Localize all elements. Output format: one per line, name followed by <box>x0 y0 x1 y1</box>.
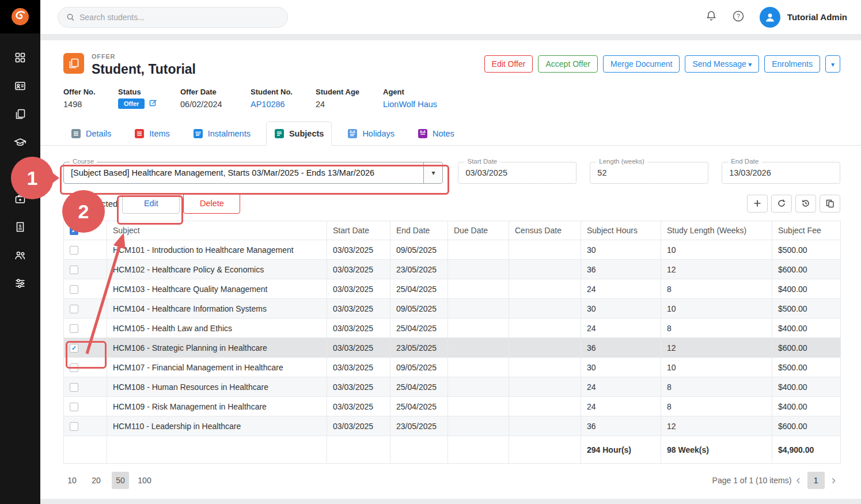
agents-icon[interactable] <box>14 249 26 261</box>
table-row[interactable]: HCM105 - Health Law and Ethics03/03/2025… <box>64 319 841 338</box>
page-1-button[interactable]: 1 <box>807 472 825 489</box>
dashboard-icon[interactable] <box>14 52 26 63</box>
cell-fee: $400.00 <box>772 377 841 397</box>
tab-notes[interactable]: Notes <box>410 122 462 145</box>
offer-date-label: Offer Date <box>180 88 233 96</box>
timetable-icon[interactable] <box>14 165 26 176</box>
row-checkbox[interactable] <box>70 383 78 392</box>
cell-subject: HCM110 - Leadership in Healthcare <box>107 416 327 436</box>
cell-weeks: 10 <box>661 299 772 319</box>
cell-subject: HCM108 - Human Resources in Healthcare <box>107 377 327 397</box>
cell-hours: 24 <box>581 397 661 416</box>
row-checkbox[interactable] <box>70 266 78 274</box>
user-menu[interactable]: Tutorial Admin <box>760 7 847 28</box>
row-checkbox[interactable] <box>70 285 78 294</box>
page-size-100[interactable]: 100 <box>136 472 153 489</box>
cell-fee: $500.00 <box>772 299 841 319</box>
page-title: Student, Tutorial <box>92 62 196 77</box>
table-row[interactable]: HCM102 - Healthcare Policy & Economics03… <box>64 260 841 279</box>
cell-subject: HCM109 - Risk Management in Healthcare <box>107 397 327 416</box>
student-no-link[interactable]: AP10286 <box>251 100 298 109</box>
offer-no-value: 1498 <box>63 100 101 109</box>
search-input[interactable] <box>79 13 279 22</box>
row-checkbox[interactable] <box>70 363 78 372</box>
invoices-icon[interactable]: $ <box>14 221 26 233</box>
page-size-50[interactable]: 50 <box>112 472 129 489</box>
tab-notes-label: Notes <box>433 129 454 138</box>
settings-icon[interactable] <box>14 278 26 289</box>
history-button[interactable] <box>795 195 816 213</box>
merge-document-button[interactable]: Merge Document <box>603 55 680 73</box>
row-checkbox[interactable] <box>70 305 78 313</box>
cell-hours: 24 <box>581 319 661 338</box>
length-weeks-label: Length (weeks) <box>596 158 647 165</box>
table-row[interactable]: HCM110 - Leadership in Healthcare03/03/2… <box>64 416 841 436</box>
page-size-20[interactable]: 20 <box>88 472 105 489</box>
accept-offer-button[interactable]: Accept Offer <box>538 55 598 73</box>
course-select[interactable]: Course [Subject Based] Healthcare Manage… <box>63 162 443 184</box>
enrolments-button[interactable]: Enrolments <box>764 55 820 73</box>
table-row[interactable]: HCM106 - Strategic Planning in Healthcar… <box>64 338 841 358</box>
start-date-value: 03/03/2025 <box>458 168 507 177</box>
tab-instalments[interactable]: Instalments <box>185 122 258 145</box>
row-checkbox[interactable] <box>70 403 78 411</box>
avatar <box>760 7 780 28</box>
tab-items[interactable]: Items <box>127 122 177 145</box>
courses-icon[interactable] <box>14 137 26 148</box>
offers-icon[interactable] <box>14 108 26 120</box>
refresh-button[interactable] <box>771 195 792 213</box>
topbar: ? Tutorial Admin <box>40 0 861 35</box>
chevron-down-icon[interactable] <box>423 162 442 183</box>
table-row[interactable]: HCM109 - Risk Management in Healthcare03… <box>64 397 841 416</box>
students-icon[interactable] <box>14 80 26 92</box>
table-row[interactable]: HCM104 - Healthcare Information Systems0… <box>64 299 841 319</box>
start-date-label: Start Date <box>464 158 500 165</box>
agent-link[interactable]: LionWolf Haus <box>383 100 437 109</box>
edit-button[interactable]: Edit <box>122 193 180 214</box>
cell-due <box>448 319 509 338</box>
page-size-10[interactable]: 10 <box>63 472 81 489</box>
table-row[interactable]: HCM108 - Human Resources in Healthcare03… <box>64 377 841 397</box>
subjects-table-body: HCM101 - Introduction to Healthcare Mana… <box>64 240 841 436</box>
add-subject-button[interactable] <box>747 195 768 213</box>
logo-icon <box>10 7 30 26</box>
cell-census <box>509 397 581 416</box>
more-actions-button[interactable] <box>825 55 840 73</box>
notifications-icon[interactable] <box>706 10 717 24</box>
cell-weeks: 10 <box>661 358 772 377</box>
copy-button[interactable] <box>820 195 840 213</box>
cell-hours: 24 <box>581 279 661 299</box>
row-checkbox[interactable] <box>70 422 78 431</box>
delete-button[interactable]: Delete <box>183 193 240 214</box>
cell-end: 09/05/2025 <box>390 358 448 377</box>
student-age-label: Student Age <box>316 88 366 96</box>
cell-subject: HCM104 - Healthcare Information Systems <box>107 299 327 319</box>
table-row[interactable]: HCM107 - Financial Management in Healthc… <box>64 358 841 377</box>
search-icon <box>66 13 75 22</box>
prev-page-icon[interactable]: ‹ <box>796 472 800 489</box>
tab-holidays[interactable]: Holidays <box>340 122 402 145</box>
app-logo[interactable] <box>0 0 40 33</box>
cell-due <box>448 416 509 436</box>
row-checkbox[interactable] <box>70 324 78 333</box>
employers-icon[interactable] <box>14 193 26 204</box>
row-checkbox[interactable] <box>70 246 78 255</box>
tab-details[interactable]: Details <box>63 122 119 145</box>
edit-status-icon[interactable] <box>149 98 157 109</box>
cell-end: 25/04/2025 <box>390 319 448 338</box>
row-checkbox[interactable] <box>70 344 78 353</box>
end-date-field: End Date 13/03/2026 <box>722 162 840 184</box>
course-select-label: Course <box>70 158 97 165</box>
next-page-icon[interactable]: › <box>832 472 836 489</box>
total-hours: 294 Hour(s) <box>581 436 661 464</box>
table-row[interactable]: HCM101 - Introduction to Healthcare Mana… <box>64 240 841 260</box>
tab-items-label: Items <box>149 129 169 138</box>
edit-offer-button[interactable]: Edit Offer <box>484 55 533 73</box>
svg-text:$: $ <box>19 223 22 229</box>
table-row[interactable]: HCM103 - Healthcare Quality Management03… <box>64 279 841 299</box>
help-icon[interactable]: ? <box>732 10 745 25</box>
send-message-button[interactable]: Send Message <box>685 55 759 73</box>
tab-subjects[interactable]: Subjects <box>266 122 332 146</box>
select-all-checkbox[interactable] <box>70 226 78 235</box>
cell-end: 09/05/2025 <box>390 299 448 319</box>
